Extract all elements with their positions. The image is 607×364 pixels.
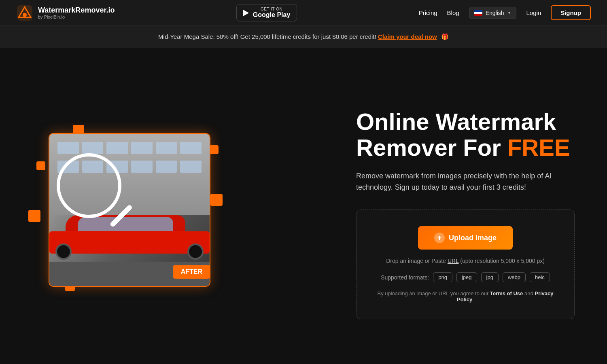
- upload-button-label: Upload Image: [449, 234, 497, 242]
- deco-square-5: [210, 145, 219, 154]
- signup-button[interactable]: Signup: [551, 5, 591, 20]
- hero-subtitle: Remove watermark from images precisely w…: [356, 170, 575, 194]
- hero-section: AFTER Online Watermark Remover For FREE …: [0, 48, 607, 364]
- login-button[interactable]: Login: [526, 9, 541, 16]
- terms-text: By uploading an image or URL you agree t…: [369, 290, 562, 303]
- terms-of-use-link[interactable]: Terms of Use: [490, 290, 523, 296]
- drop-text-suffix: (upto resolution 5,000 x 5,000 px): [458, 258, 544, 264]
- banner-claim-link[interactable]: Claim your deal now: [378, 33, 437, 40]
- magnifier-overlay: [57, 153, 138, 234]
- banner-text: Mid-Year Mega Sale: 50% off! Get 25,000 …: [158, 33, 376, 40]
- car-wheel-left: [55, 243, 72, 260]
- car-chassis: [49, 231, 210, 254]
- format-badge-png: png: [433, 272, 452, 282]
- formats-row: Supported formats: png jpeg jpg webp hei…: [369, 272, 562, 282]
- format-badge-jpg: jpg: [481, 272, 499, 282]
- format-badge-webp: webp: [503, 272, 526, 282]
- car-wheel-right: [187, 243, 204, 260]
- play-text-wrapper: GET IT ON Google Play: [253, 7, 290, 19]
- deco-square-6: [210, 194, 223, 206]
- google-play-label: Google Play: [253, 11, 290, 19]
- demo-container: AFTER: [24, 113, 227, 315]
- upload-box: + Upload Image Drop an image or Paste UR…: [356, 210, 575, 319]
- window: [106, 142, 128, 154]
- after-badge: AFTER: [173, 265, 210, 279]
- terms-suffix: .: [472, 296, 474, 303]
- svg-point-2: [23, 13, 27, 17]
- hero-content: Online Watermark Remover For FREE Remove…: [332, 109, 575, 319]
- upload-image-button[interactable]: + Upload Image: [418, 226, 513, 250]
- logo-title: WatermarkRemover.io: [38, 6, 115, 15]
- promo-banner: Mid-Year Mega Sale: 50% off! Get 25,000 …: [0, 26, 607, 48]
- navbar-right: Pricing Blog English ▼ Login Signup: [419, 5, 591, 20]
- terms-prefix: By uploading an image or URL you agree t…: [377, 290, 490, 296]
- upload-plus-icon: +: [434, 233, 445, 243]
- format-badge-jpeg: jpeg: [456, 272, 477, 282]
- format-badge-heic: heic: [530, 272, 550, 282]
- chevron-down-icon: ▼: [507, 11, 511, 15]
- google-play-button[interactable]: GET IT ON Google Play: [236, 4, 297, 21]
- deco-square-3: [28, 210, 40, 222]
- language-label: English: [486, 10, 504, 16]
- navbar: WatermarkRemover.io by PixelBin.io GET I…: [0, 0, 607, 26]
- deco-square-2: [36, 161, 45, 170]
- window: [82, 142, 104, 154]
- banner-emoji: 🎁: [441, 33, 449, 40]
- window: [180, 161, 202, 173]
- hero-title: Online Watermark Remover For FREE: [356, 109, 575, 161]
- blog-nav-link[interactable]: Blog: [447, 9, 459, 16]
- navbar-logo-section: WatermarkRemover.io by PixelBin.io: [16, 4, 115, 21]
- window: [156, 142, 177, 154]
- hero-demo-image: AFTER: [24, 113, 251, 315]
- window: [131, 142, 153, 154]
- hero-title-line1: Online Watermark: [356, 108, 556, 135]
- magnifier-handle: [109, 204, 133, 228]
- pricing-nav-link[interactable]: Pricing: [419, 9, 437, 16]
- play-triangle-icon: [243, 10, 249, 16]
- drop-hint-text: Drop an image or Paste URL (upto resolut…: [369, 258, 562, 264]
- logo-subtitle: by PixelBin.io: [38, 15, 115, 19]
- flag-icon: [474, 10, 482, 16]
- formats-label: Supported formats:: [381, 274, 429, 281]
- magnifier-circle: [57, 153, 121, 218]
- language-selector[interactable]: English ▼: [469, 7, 517, 19]
- get-it-on-label: GET IT ON: [253, 7, 290, 11]
- window: [57, 142, 79, 154]
- logo-text: WatermarkRemover.io by PixelBin.io: [38, 6, 115, 20]
- hero-title-line2-prefix: Remover For: [356, 134, 507, 161]
- hero-title-free: FREE: [507, 134, 570, 161]
- logo-icon: [16, 4, 33, 21]
- window: [156, 161, 177, 173]
- window: [180, 142, 202, 154]
- drop-text-prefix: Drop an image or Paste: [386, 258, 448, 264]
- terms-middle: and: [523, 290, 535, 296]
- paste-url-link[interactable]: URL: [448, 258, 459, 264]
- navbar-center: GET IT ON Google Play: [236, 4, 297, 21]
